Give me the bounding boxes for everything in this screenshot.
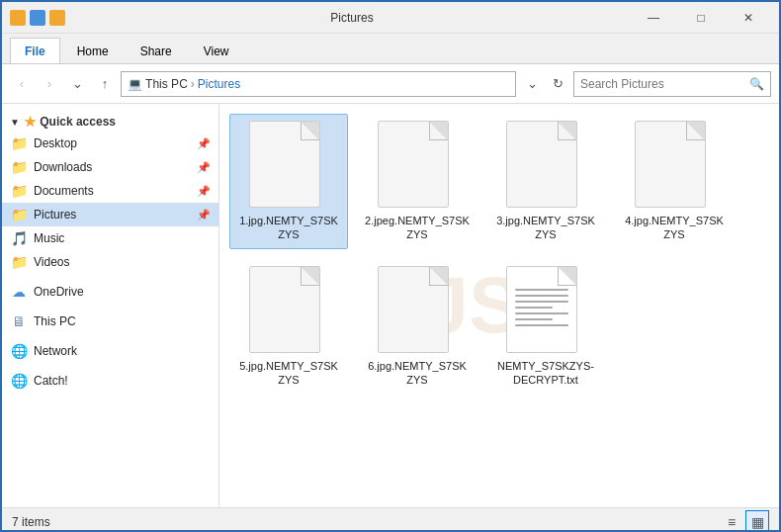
path-pictures: Pictures [198,77,240,91]
main-content: ▼ ★ Quick access 📁 Desktop 📌 📁 Downloads… [2,104,779,507]
sidebar-item-desktop[interactable]: 📁 Desktop 📌 [2,132,218,155]
pin-icon-desktop: 📌 [197,137,211,150]
file-item-4[interactable]: 4.jpg.NEMTY_S7SKZYS [615,114,734,249]
address-path[interactable]: 💻 This PC › Pictures [121,71,516,97]
search-icon[interactable]: 🔍 [749,77,764,91]
ribbon: File Home Share View [2,34,779,64]
file-item-1[interactable]: 1.jpg.NEMTY_S7SKZYS [229,114,348,249]
videos-label: Videos [34,255,69,269]
music-label: Music [34,231,64,245]
chevron-icon: ▼ [10,117,20,128]
file-icon-7 [506,266,585,355]
back-button[interactable]: ‹ [10,72,34,96]
up-arrow-button[interactable]: ⌄ [65,72,89,96]
sidebar: ▼ ★ Quick access 📁 Desktop 📌 📁 Downloads… [2,104,219,507]
file-name-7: NEMTY_S7SKZYS-DECRYPT.txt [493,359,598,388]
doc-icon-1 [249,121,320,208]
window-title: Pictures [73,11,631,25]
sidebar-section-quick-access[interactable]: ▼ ★ Quick access [2,108,218,132]
path-thispc: 💻 This PC [128,77,188,91]
close-button[interactable]: ✕ [726,2,771,34]
file-name-3: 3.jpg.NEMTY_S7SKZYS [493,214,598,242]
thispc-label: This PC [34,314,76,328]
sidebar-item-network[interactable]: 🌐 Network [2,339,218,363]
star-icon: ★ [24,114,37,130]
search-input[interactable] [580,77,745,91]
tab-home[interactable]: Home [62,38,124,63]
app-icon-blue [30,10,45,26]
file-icon-4 [635,121,714,210]
search-box: 🔍 [573,71,771,97]
doc-icon-3 [506,121,577,208]
file-name-2: 2.jpeg.NEMTY_S7SKZYS [365,214,470,242]
window-controls: — □ ✕ [631,2,771,34]
pictures-folder-icon: 📁 [10,206,28,223]
downloads-label: Downloads [34,160,92,174]
documents-folder-icon: 📁 [10,182,28,200]
sidebar-item-onedrive[interactable]: ☁ OneDrive [2,280,218,304]
desktop-folder-icon: 📁 [10,134,28,152]
file-icon-3 [506,121,585,210]
network-label: Network [34,344,77,358]
ribbon-tabs: File Home Share View [2,34,779,63]
doc-icon-6 [378,266,449,353]
file-item-2[interactable]: 2.jpeg.NEMTY_S7SKZYS [358,114,477,249]
dropdown-button[interactable]: ⌄ [520,72,544,96]
sidebar-item-downloads[interactable]: 📁 Downloads 📌 [2,155,218,179]
catch-label: Catch! [34,374,68,388]
forward-button[interactable]: › [38,72,61,96]
list-view-button[interactable]: ≡ [720,510,743,533]
tab-view[interactable]: View [189,38,244,63]
address-actions: ⌄ ↻ [520,72,569,96]
pictures-label: Pictures [34,208,76,222]
downloads-folder-icon: 📁 [10,158,28,176]
minimize-button[interactable]: — [631,2,676,34]
doc-icon-4 [635,121,706,208]
file-name-5: 5.jpg.NEMTY_S7SKZYS [236,359,341,388]
file-name-6: 6.jpg.NEMTY_S7SKZYS [365,359,470,388]
address-bar: ‹ › ⌄ ↑ 💻 This PC › Pictures ⌄ ↻ 🔍 [2,64,779,104]
file-item-3[interactable]: 3.jpg.NEMTY_S7SKZYS [486,114,605,249]
sidebar-item-videos[interactable]: 📁 Videos [2,250,218,274]
app-icon-pin [49,10,65,26]
file-item-6[interactable]: 6.jpg.NEMTY_S7SKZYS [358,259,477,395]
file-icon-5 [249,266,328,355]
file-icon-6 [378,266,457,355]
tab-share[interactable]: Share [126,38,187,63]
file-item-5[interactable]: 5.jpg.NEMTY_S7SKZYS [229,259,348,395]
grid-view-button[interactable]: ▦ [745,510,769,533]
sidebar-item-music[interactable]: 🎵 Music [2,226,218,250]
desktop-label: Desktop [34,136,77,150]
quick-access-label: Quick access [40,115,116,129]
up-button[interactable]: ↑ [93,72,117,96]
file-item-7[interactable]: NEMTY_S7SKZYS-DECRYPT.txt [486,259,605,395]
title-bar-icons [10,10,65,26]
tab-file[interactable]: File [10,38,60,63]
onedrive-icon: ☁ [10,283,28,301]
pin-icon-downloads: 📌 [197,161,211,174]
sidebar-item-catch[interactable]: 🌐 Catch! [2,369,218,393]
app-icon-yellow [10,10,26,26]
maximize-button[interactable]: □ [678,2,724,34]
network-icon: 🌐 [10,342,28,360]
thispc-icon: 🖥 [10,312,28,330]
doc-icon-5 [249,266,320,353]
catch-icon: 🌐 [10,372,28,390]
file-name-4: 4.jpg.NEMTY_S7SKZYS [622,214,727,242]
music-icon: 🎵 [10,229,28,247]
sidebar-item-pictures[interactable]: 📁 Pictures 📌 [2,203,218,226]
refresh-button[interactable]: ↻ [546,72,569,96]
file-area: JSS 1.jpg.NEMTY_S7SKZYS 2.jpeg.NEMTY_S7S… [219,104,779,507]
pin-icon-pictures: 📌 [197,209,211,222]
doc-icon-7 [506,266,577,353]
pin-icon-documents: 📌 [197,185,211,198]
sidebar-item-documents[interactable]: 📁 Documents 📌 [2,179,218,203]
text-lines [515,289,568,330]
sidebar-item-thispc[interactable]: 🖥 This PC [2,310,218,333]
file-name-1: 1.jpg.NEMTY_S7SKZYS [236,214,341,242]
onedrive-label: OneDrive [34,285,84,299]
title-bar: Pictures — □ ✕ [2,2,779,34]
videos-folder-icon: 📁 [10,253,28,271]
documents-label: Documents [34,184,94,198]
view-toggles: ≡ ▦ [720,510,769,533]
